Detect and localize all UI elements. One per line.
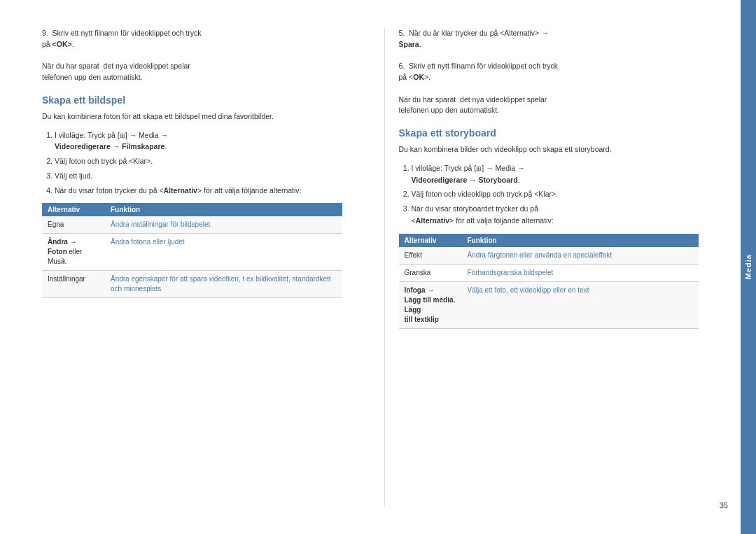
table-row: Inställningar Ändra egenskaper för att s… [42,271,342,298]
table-row: Infoga →Lägg till media. Läggtill textkl… [399,281,699,328]
section-desc-bildspel: Du kan kombinera foton för att skapa ett… [42,111,342,122]
right-column: 5. När du är klar trycker du på <Alterna… [384,28,699,506]
table-row: Egna Ändra inställningar för bildspelet [42,216,342,234]
alternativ-table-left: Alternativ Funktion Egna Ändra inställni… [42,203,342,298]
col-header-alternativ: Alternativ [399,234,462,247]
step-item: Välj foton och videoklipp och tryck på <… [412,188,699,200]
table-cell-value: Ändra fotona eller ljudet [105,234,342,271]
table-cell-label: Infoga →Lägg till media. Läggtill textkl… [399,281,462,328]
step-item: Välj ett ljud. [55,170,342,182]
page-number: 35 [720,501,728,510]
side-tab-label: Media [744,254,752,279]
step-item: I viloläge: Tryck på [⊞] → Media → Video… [412,162,699,186]
left-column: 9. Skriv ett nytt filnamn för videoklipp… [42,28,356,506]
steps-list-bildspel: I viloläge: Tryck på [⊞] → Media → Video… [42,129,342,197]
col-header-alternativ: Alternativ [42,203,105,216]
section-title-storyboard: Skapa ett storyboard [399,127,699,139]
table-row: Ändra →Foton ellerMusik Ändra fotona ell… [42,234,342,271]
table-cell-value: Ändra inställningar för bildspelet [105,216,342,234]
table-cell-label: Effekt [399,247,462,265]
table-cell-label: Egna [42,216,105,234]
table-row: Granska Förhandsgranska bildspelet [399,264,699,281]
section-title-bildspel: Skapa ett bildspel [42,94,342,106]
table-cell-label: Granska [399,264,462,281]
step-item: I viloläge: Tryck på [⊞] → Media → Video… [55,129,342,153]
table-cell-label: Ändra →Foton ellerMusik [42,234,105,271]
page: 9. Skriv ett nytt filnamn för videoklipp… [0,0,756,534]
col-header-funktion: Funktion [462,234,699,247]
left-intro: 9. Skriv ett nytt filnamn för videoklipp… [42,28,342,83]
side-tab: Media [741,0,756,534]
step-item: När du visar foton trycker du på <Altern… [55,185,342,197]
table-cell-value: Välja ett foto, ett videoklipp eller en … [462,281,699,328]
section-desc-storyboard: Du kan kombinera bilder och videoklipp o… [399,144,699,155]
col-header-funktion: Funktion [105,203,342,216]
step-item: När du visar storyboardet trycker du på … [412,203,699,227]
table-cell-value: Ändra egenskaper för att spara videofile… [105,271,342,298]
alternativ-table-right: Alternativ Funktion Effekt Ändra färgton… [399,234,699,329]
right-intro: 5. När du är klar trycker du på <Alterna… [399,28,699,116]
table-cell-label: Inställningar [42,271,105,298]
table-row: Effekt Ändra färgtonen eller använda en … [399,247,699,265]
table-cell-value: Förhandsgranska bildspelet [462,264,699,281]
steps-list-storyboard: I viloläge: Tryck på [⊞] → Media → Video… [399,162,699,227]
table-cell-value: Ändra färgtonen eller använda en special… [462,247,699,265]
content-area: 9. Skriv ett nytt filnamn för videoklipp… [0,0,741,534]
step-item: Välj foton och tryck på <Klar>. [55,155,342,167]
